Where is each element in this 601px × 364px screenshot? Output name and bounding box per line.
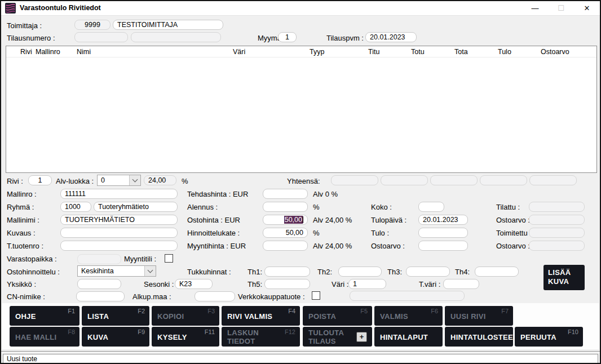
chevron-down-icon[interactable] xyxy=(129,175,140,185)
button-label: OHJE xyxy=(15,312,57,320)
th2-label: Th2: xyxy=(317,268,332,276)
mallinro-label: Mallinro : xyxy=(7,190,37,198)
button-label: LISTA xyxy=(87,312,127,320)
th2-field[interactable] xyxy=(338,267,382,277)
table-header-divider xyxy=(6,57,596,57)
mallinimi-field[interactable]: TUOTERYHMÄTIETO xyxy=(60,215,178,225)
yksikko-field[interactable] xyxy=(77,279,121,289)
chevron-down-icon[interactable] xyxy=(144,266,156,276)
button-label: TULOUTA TILAUS xyxy=(308,329,350,345)
kuvaus-field[interactable] xyxy=(60,228,178,238)
alv0-label: Alv 0 % xyxy=(313,190,338,198)
button-label: VALMIS xyxy=(380,312,420,320)
title-bar: Varastoontulo Rivitiedot — ☐ ✕ xyxy=(1,1,600,16)
rivi-field[interactable]: 1 xyxy=(28,175,52,185)
vari-field[interactable]: 1 xyxy=(348,279,386,289)
ostoarvo1-field[interactable] xyxy=(418,241,468,251)
rows-table[interactable]: RiviMallinroNimiVäriTyypTituTotuTotaTulo… xyxy=(6,46,597,173)
button-label: HINTATULOSTEET xyxy=(450,332,490,341)
tvari-field[interactable] xyxy=(443,279,479,289)
cn-nimike-label: CN-nimike : xyxy=(7,292,45,301)
ostohinta-label: Ostohinta : EUR xyxy=(187,216,240,224)
verkkokauppatuote-label: Verkkokauppatuote : xyxy=(238,292,305,301)
fkey-label: F8 xyxy=(68,329,75,335)
verkkokauppatuote-checkbox[interactable] xyxy=(312,291,320,300)
toimittaja-name-field[interactable]: TESTITOIMITTAJA xyxy=(113,20,223,30)
table-column-header: Nimi xyxy=(77,48,91,56)
tvari-label: T.väri : xyxy=(419,280,440,288)
yhteensa-field-1 xyxy=(331,175,378,185)
table-column-header: Ostoarvo xyxy=(541,48,569,56)
kuvaus-label: Kuvaus : xyxy=(7,229,36,237)
cn-nimike-field[interactable] xyxy=(76,291,125,301)
alv-luokka-select[interactable]: 0 xyxy=(97,175,141,186)
minimize-button[interactable]: — xyxy=(522,1,548,15)
koko-label: Koko : xyxy=(371,203,392,211)
maximize-button: ☐ xyxy=(548,1,574,15)
sesonki-field[interactable]: K23 xyxy=(175,279,213,289)
fkey-label: F9 xyxy=(138,329,145,335)
alkup-maa-field[interactable] xyxy=(195,291,235,301)
hintatulosteet-button[interactable]: HINTATULOSTEET xyxy=(445,327,513,347)
th1-field[interactable] xyxy=(264,267,310,277)
peruuta-button[interactable]: PERUUTAF10 xyxy=(515,327,583,347)
kuva-button[interactable]: KUVAF9 xyxy=(82,327,149,347)
tilausnumero-label: Tilausnumero : xyxy=(7,34,55,42)
alennus-field[interactable] xyxy=(263,202,308,212)
verkkokauppatuote-field xyxy=(350,291,465,301)
tehdashinta-field[interactable] xyxy=(263,189,308,199)
myyntitili-checkbox[interactable] xyxy=(165,254,173,263)
hinnoittelukate-field[interactable]: 50,00 xyxy=(263,228,308,238)
table-column-header: Rivi xyxy=(20,48,32,56)
alennus-pct-sign: % xyxy=(313,203,320,211)
tilauspvm-field[interactable]: 20.01.2023 xyxy=(365,32,417,42)
tuotenro-field[interactable] xyxy=(60,241,178,251)
plus-icon[interactable]: + xyxy=(356,332,367,342)
poista-button: POISTAF5 xyxy=(303,306,372,326)
ryhma-name-field[interactable]: Tuoteryhmätieto xyxy=(94,202,178,212)
myyntihinta-field[interactable] xyxy=(263,241,308,251)
alv-luokka-label: Alv-luokka : xyxy=(56,177,94,185)
kate-pct-sign: % xyxy=(313,229,320,237)
th1-label: Th1: xyxy=(248,268,262,276)
yksikko-label: Yksikkö : xyxy=(7,280,36,288)
alennus-label: Alennus : xyxy=(187,203,218,211)
toimitettu-field xyxy=(529,228,585,238)
koko-field[interactable] xyxy=(418,202,444,212)
lisaa-kuva-button[interactable]: LISÄÄ KUVA xyxy=(543,265,585,290)
tulopaiva-field[interactable]: 20.01.2023 xyxy=(418,215,468,225)
button-panel: OHJEF1LISTAF2KOPIOIF3RIVI VALMISF4POISTA… xyxy=(2,303,599,349)
th5-field[interactable] xyxy=(264,279,310,289)
th3-field[interactable] xyxy=(406,267,450,277)
uusi-rivi-button: UUSI RIVIF7 xyxy=(445,306,513,326)
lista-button[interactable]: LISTAF2 xyxy=(82,306,149,326)
kysely-button[interactable]: KYSELYF11 xyxy=(152,327,219,347)
table-column-header: Tyyp xyxy=(310,48,324,56)
mallinro-field[interactable]: 111111 xyxy=(60,189,178,199)
th4-field[interactable] xyxy=(475,267,519,277)
varastopaikka-field xyxy=(77,254,121,264)
ostohinnoittelu-select[interactable]: Keskihinta xyxy=(77,265,156,277)
fkey-label: F6 xyxy=(431,308,438,314)
button-label: KOPIOI xyxy=(157,312,197,320)
ostohinta-field[interactable]: 50,00 xyxy=(263,215,308,225)
button-label: HAE MALLI xyxy=(15,332,57,341)
th5-label: Th5: xyxy=(248,280,262,288)
mallinimi-label: Mallinimi : xyxy=(7,216,39,224)
ryhma-code-field[interactable]: 1000 xyxy=(60,202,91,212)
fkey-label: F2 xyxy=(138,308,145,314)
button-label: RIVI VALMIS xyxy=(227,312,277,320)
myyntihinta-label: Myyntihinta : EUR xyxy=(187,242,246,250)
myymala-field[interactable]: 1 xyxy=(278,32,297,42)
ohje-button[interactable]: OHJEF1 xyxy=(10,306,79,326)
tulo-field[interactable] xyxy=(418,228,468,238)
ostohinta-selected-text: 50,00 xyxy=(284,216,303,224)
yhteensa-label: Yhteensä: xyxy=(287,177,320,185)
yhteensa-field-5 xyxy=(529,175,577,185)
text-caret xyxy=(303,216,303,223)
th3-label: Th3: xyxy=(387,268,402,276)
hintalaput-button[interactable]: HINTALAPUT xyxy=(374,327,443,347)
close-button[interactable]: ✕ xyxy=(574,1,600,15)
rivi-valmis-button[interactable]: RIVI VALMISF4 xyxy=(222,306,300,326)
button-label: KUVA xyxy=(87,332,127,341)
